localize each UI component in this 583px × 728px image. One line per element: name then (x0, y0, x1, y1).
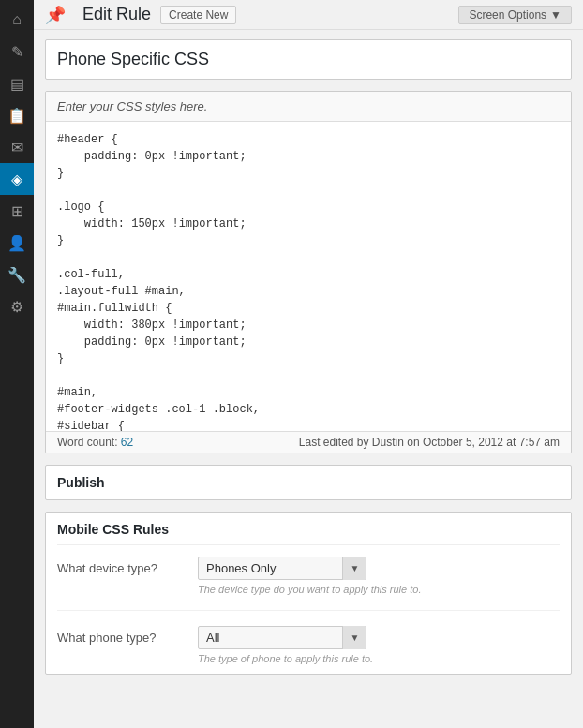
top-bar: 📌 Edit Rule Create New Screen Options ▼ (34, 0, 583, 30)
css-editor-body: #header { padding: 0px !important; } .lo… (46, 122, 571, 431)
word-count-value: 62 (121, 436, 133, 449)
sidebar-icon-users[interactable]: 👤 (0, 227, 34, 259)
content-area: Phone Specific CSS Enter your CSS styles… (34, 30, 583, 728)
mobile-rules-title: Mobile CSS Rules (57, 522, 560, 545)
word-count-area: Word count: 62 (57, 436, 133, 449)
device-type-label: What device type? (57, 557, 198, 575)
sidebar-icon-posts[interactable]: ✎ (0, 36, 34, 67)
phone-type-hint: The type of phone to apply this rule to. (198, 653, 560, 664)
create-new-button[interactable]: Create New (160, 6, 236, 24)
device-type-control: Phones Only Tablets Only All Devices ▼ T… (198, 557, 560, 595)
screen-options-chevron-icon: ▼ (550, 8, 561, 22)
word-count-label: Word count: (57, 436, 117, 449)
css-editor-box: Enter your CSS styles here. #header { pa… (45, 91, 572, 453)
page-title-area: 📌 Edit Rule Create New (45, 5, 236, 25)
edit-rule-icon: 📌 (45, 5, 66, 25)
publish-box: Publish (45, 465, 572, 500)
sidebar-icon-home[interactable]: ⌂ (0, 4, 34, 36)
sidebar-icon-tools[interactable]: 🔧 (0, 259, 34, 290)
last-edited: Last edited by Dustin on October 5, 2012… (299, 436, 560, 449)
css-editor-placeholder: Enter your CSS styles here. (57, 99, 207, 113)
device-type-select-wrap: Phones Only Tablets Only All Devices ▼ (198, 557, 366, 580)
main-wrap: 📌 Edit Rule Create New Screen Options ▼ … (34, 0, 583, 728)
rule-title: Phone Specific CSS (57, 50, 560, 69)
sidebar-icon-pages[interactable]: 📋 (0, 99, 34, 131)
css-editor-footer: Word count: 62 Last edited by Dustin on … (46, 431, 571, 453)
css-textarea[interactable]: #header { padding: 0px !important; } .lo… (46, 122, 571, 431)
phone-type-control: All iPhone Android ▼ The type of phone t… (198, 626, 560, 664)
publish-title: Publish (57, 475, 560, 490)
sidebar-icon-plugins[interactable]: ⊞ (0, 195, 34, 227)
sidebar-icon-appearance[interactable]: ◈ (0, 163, 34, 195)
sidebar: ⌂ ✎ ▤ 📋 ✉ ◈ ⊞ 👤 🔧 ⚙ (0, 0, 34, 728)
css-editor-header: Enter your CSS styles here. (46, 92, 571, 122)
page-title: Edit Rule (82, 5, 151, 24)
phone-type-select[interactable]: All iPhone Android (198, 626, 366, 649)
device-type-row: What device type? Phones Only Tablets On… (57, 557, 560, 611)
screen-options-button[interactable]: Screen Options ▼ (458, 6, 572, 24)
phone-type-select-wrap: All iPhone Android ▼ (198, 626, 366, 649)
device-type-select[interactable]: Phones Only Tablets Only All Devices (198, 557, 366, 580)
sidebar-icon-media[interactable]: ▤ (0, 67, 34, 99)
screen-options-label: Screen Options (469, 8, 546, 22)
device-type-hint: The device type do you want to apply thi… (198, 584, 560, 595)
sidebar-icon-comments[interactable]: ✉ (0, 131, 34, 163)
rule-title-box: Phone Specific CSS (45, 39, 572, 80)
phone-type-row: What phone type? All iPhone Android ▼ Th… (57, 626, 560, 664)
sidebar-icon-settings[interactable]: ⚙ (0, 290, 34, 322)
mobile-css-rules-box: Mobile CSS Rules What device type? Phone… (45, 512, 572, 675)
phone-type-label: What phone type? (57, 626, 198, 645)
